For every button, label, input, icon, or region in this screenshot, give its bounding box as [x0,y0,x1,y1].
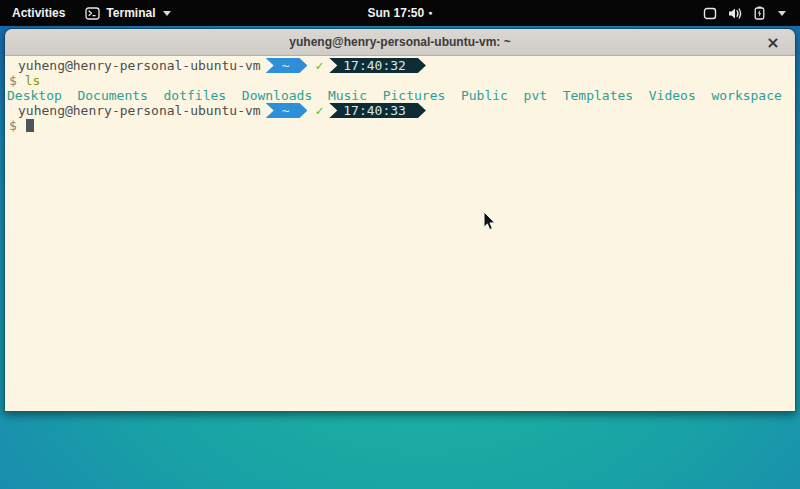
screen-icon [703,7,717,20]
prompt-cwd-segment: ~ [266,58,308,73]
mouse-cursor-icon [483,211,497,236]
terminal-window: yuheng@henry-personal-ubuntu-vm: ~ × yuh… [4,28,796,412]
prompt-status-check-icon: ✓ [315,58,323,73]
prompt-dollar: $ [9,118,25,133]
chevron-down-icon [778,11,786,16]
prompt-dollar: $ [9,73,25,88]
prompt-line-2: yuheng@henry-personal-ubuntu-vm ~ ✓ 17:4… [9,103,795,118]
app-menu-caret-icon [163,11,171,16]
prompt-cwd-segment: ~ [266,103,308,118]
notification-dot: ● [428,9,432,16]
prompt-user: yuheng@henry-personal-ubuntu-vm [18,103,261,118]
prompt-line-1: yuheng@henry-personal-ubuntu-vm ~ ✓ 17:4… [9,58,795,73]
terminal-icon [85,7,100,20]
app-menu-terminal[interactable]: Terminal [77,0,179,26]
terminal-content[interactable]: yuheng@henry-personal-ubuntu-vm ~ ✓ 17:4… [5,56,795,412]
directory-listing: Desktop Documents dotfiles Downloads Mus… [7,88,782,103]
top-bar: Activities Terminal Sun 17:50 ● [0,0,800,26]
activities-button[interactable]: Activities [0,0,77,26]
command-line-2: $ [9,118,795,133]
prompt-user: yuheng@henry-personal-ubuntu-vm [18,58,261,73]
window-title: yuheng@henry-personal-ubuntu-vm: ~ [289,35,510,49]
system-status-menu[interactable] [689,0,800,26]
command-line-1: $ ls [9,73,795,88]
ls-output-line: Desktop Documents dotfiles Downloads Mus… [7,88,795,103]
prompt-time-segment: 17:40:33 [329,103,426,118]
window-titlebar[interactable]: yuheng@henry-personal-ubuntu-vm: ~ × [5,29,795,56]
prompt-time-segment: 17:40:32 [329,58,426,73]
app-menu-label: Terminal [106,6,155,20]
close-button[interactable]: × [761,29,785,55]
battery-charging-icon [754,6,765,20]
command-text: ls [25,73,41,88]
terminal-cursor [26,119,34,132]
volume-icon [728,7,743,20]
clock[interactable]: Sun 17:50 [368,6,425,20]
prompt-status-check-icon: ✓ [315,103,323,118]
